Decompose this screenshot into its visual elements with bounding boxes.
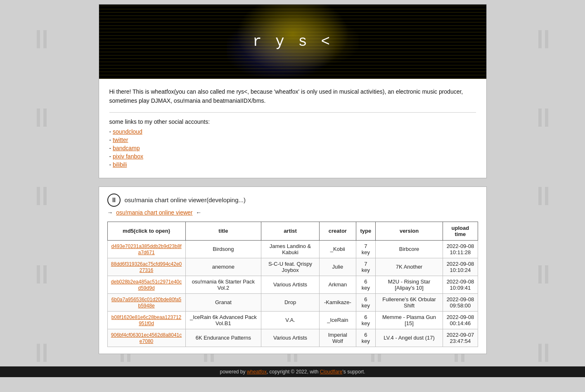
md5-link[interactable]: 906bf4cf06301ec4562d8a8041ce7080 xyxy=(111,332,182,344)
footer-text-after: 's support. xyxy=(343,369,365,375)
footer-cloudflare-link[interactable]: Cloudflare xyxy=(320,369,343,375)
viewer-link-row: → osu!mania chart online viewer ← xyxy=(107,209,478,216)
watermark-icon: ⏸ xyxy=(0,78,83,157)
viewer-header: ⏸ osu!mania chart online viewer(developi… xyxy=(107,194,478,207)
md5-link[interactable]: deb028b2ea485ac51c2971e40cd59d9d xyxy=(111,279,182,291)
list-item: bilibili xyxy=(109,161,476,168)
viewer-card: ⏸ osu!mania chart online viewer(developi… xyxy=(99,187,487,354)
cell-type: 7 key xyxy=(356,240,375,258)
banner-title: r y s < xyxy=(253,33,332,50)
md5-link[interactable]: b08f1620e81e6c28beaa123712951f0d xyxy=(111,314,182,326)
cell-type: 6 key xyxy=(356,329,375,347)
watermark-icon: ⏸ xyxy=(502,235,585,314)
watermark-icon: ⏸ xyxy=(502,0,585,78)
viewer-link[interactable]: osu!mania chart online viewer xyxy=(116,209,192,216)
table-row: b08f1620e81e6c28beaa123712951f0d_IceRain… xyxy=(107,311,478,329)
social-links-list: soundcloud twitter bandcamp pixiv fanbox… xyxy=(109,128,476,168)
divider xyxy=(109,112,476,113)
cell-version: 7K Another xyxy=(375,258,443,276)
table-row: 6b0a7a956536c01d20bde80fa5b5948eGranatDr… xyxy=(107,293,478,311)
profile-card: r y s < Hi there! This is wheatfox(you c… xyxy=(99,4,487,178)
md5-link[interactable]: 88dd6f319326ac75cfd994c42e027316 xyxy=(111,261,182,273)
mania-icon: ⏸ xyxy=(111,196,117,204)
cell-upload-time: 2022-09-08 10:10:24 xyxy=(443,258,478,276)
cell-version: LV.4 - Angel dust (17) xyxy=(375,329,443,347)
cell-md5[interactable]: 88dd6f319326ac75cfd994c42e027316 xyxy=(107,258,185,276)
watermark-icon: ⏸ xyxy=(0,235,83,314)
bilibili-link[interactable]: bilibili xyxy=(113,161,127,168)
cell-title: Granat xyxy=(185,293,261,311)
cell-title: Birdsong xyxy=(185,240,261,258)
cell-title: _IceRain 6k Advanced Pack Vol.B1 xyxy=(185,311,261,329)
cell-upload-time: 2022-09-08 09:58:00 xyxy=(443,293,478,311)
list-item: twitter xyxy=(109,137,476,143)
profile-body: Hi there! This is wheatfox(you can also … xyxy=(99,79,486,178)
watermark-icon: ⏸ xyxy=(0,157,83,235)
table-row: d493e70231a385ddb2b9d23b8fa7d671Birdsong… xyxy=(107,240,478,258)
cell-artist: Drop xyxy=(261,293,320,311)
cell-creator: Julie xyxy=(319,258,356,276)
cell-creator: _IceRain xyxy=(319,311,356,329)
cell-upload-time: 2022-09-08 00:14:46 xyxy=(443,311,478,329)
bio-text: Hi there! This is wheatfox(you can also … xyxy=(109,87,476,106)
twitter-link[interactable]: twitter xyxy=(113,137,128,143)
soundcloud-link[interactable]: soundcloud xyxy=(113,128,142,135)
col-header-type: type xyxy=(356,222,375,240)
cell-md5[interactable]: d493e70231a385ddb2b9d23b8fa7d671 xyxy=(107,240,185,258)
viewer-icon: ⏸ xyxy=(107,194,121,207)
footer-text-middle: , copyright © 2022, with xyxy=(267,369,320,375)
md5-link[interactable]: d493e70231a385ddb2b9d23b8fa7d671 xyxy=(111,243,181,255)
cell-version: Fullerene's 6K Orbular Shift xyxy=(375,293,443,311)
link-suffix: ← xyxy=(196,209,201,216)
col-header-md5: md5(click to open) xyxy=(107,222,185,240)
cell-version: Birbcore xyxy=(375,240,443,258)
footer-wheatfox-link[interactable]: wheatfox xyxy=(247,369,267,375)
viewer-title: osu!mania chart online viewer(developing… xyxy=(125,196,246,203)
cell-artist: V.A. xyxy=(261,311,320,329)
cell-type: 6 key xyxy=(356,311,375,329)
cell-type: 7 key xyxy=(356,258,375,276)
cell-md5[interactable]: b08f1620e81e6c28beaa123712951f0d xyxy=(107,311,185,329)
bandcamp-link[interactable]: bandcamp xyxy=(113,145,140,151)
cell-upload-time: 2022-09-08 10:11:28 xyxy=(443,240,478,258)
cell-title: anemone xyxy=(185,258,261,276)
page-wrapper: r y s < Hi there! This is wheatfox(you c… xyxy=(99,0,487,366)
col-header-title: title xyxy=(185,222,261,240)
cell-type: 6 key xyxy=(356,293,375,311)
col-header-artist: artist xyxy=(261,222,320,240)
cell-title: osu!mania 6k Starter Pack Vol.2 xyxy=(185,276,261,293)
link-prefix: → xyxy=(107,209,113,216)
table-header-row: md5(click to open) title artist creator … xyxy=(107,222,478,240)
cell-md5[interactable]: 6b0a7a956536c01d20bde80fa5b5948e xyxy=(107,293,185,311)
cell-artist: Various Artists xyxy=(261,276,320,293)
col-header-upload-time: upload time xyxy=(443,222,478,240)
cell-md5[interactable]: deb028b2ea485ac51c2971e40cd59d9d xyxy=(107,276,185,293)
watermark-icon: ⏸ xyxy=(502,78,585,157)
cell-artist: James Landino & Kabuki xyxy=(261,240,320,258)
list-item: pixiv fanbox xyxy=(109,153,476,160)
cell-creator: Imperial Wolf xyxy=(319,329,356,347)
cell-artist: S-C-U feat. Qrispy Joybox xyxy=(261,258,320,276)
cell-upload-time: 2022-09-07 23:47:54 xyxy=(443,329,478,347)
table-row: deb028b2ea485ac51c2971e40cd59d9dosu!mani… xyxy=(107,276,478,293)
list-item: bandcamp xyxy=(109,145,476,151)
cell-creator: Arkman xyxy=(319,276,356,293)
watermark-icon: ⏸ xyxy=(0,0,83,78)
profile-banner: r y s < xyxy=(99,5,486,79)
watermark-icon: ⏸ xyxy=(0,314,83,392)
cell-version: Memme - Plasma Gun [15] xyxy=(375,311,443,329)
banner-visual: r y s < xyxy=(99,5,486,79)
cell-title: 6K Endurance Patterns xyxy=(185,329,261,347)
footer-bar: powered by wheatfox, copyright © 2022, w… xyxy=(0,366,585,377)
cell-md5[interactable]: 906bf4cf06301ec4562d8a8041ce7080 xyxy=(107,329,185,347)
social-heading: some links to my other social accounts: xyxy=(109,118,476,125)
md5-link[interactable]: 6b0a7a956536c01d20bde80fa5b5948e xyxy=(111,297,182,309)
col-header-creator: creator xyxy=(319,222,356,240)
table-row: 906bf4cf06301ec4562d8a8041ce70806K Endur… xyxy=(107,329,478,347)
cell-artist: Various Artists xyxy=(261,329,320,347)
watermark-icon: ⏸ xyxy=(502,157,585,235)
watermark-icon: ⏸ xyxy=(502,314,585,392)
cell-upload-time: 2022-09-08 10:09:41 xyxy=(443,276,478,293)
pixiv-fanbox-link[interactable]: pixiv fanbox xyxy=(113,153,143,160)
chart-table: md5(click to open) title artist creator … xyxy=(107,222,478,347)
